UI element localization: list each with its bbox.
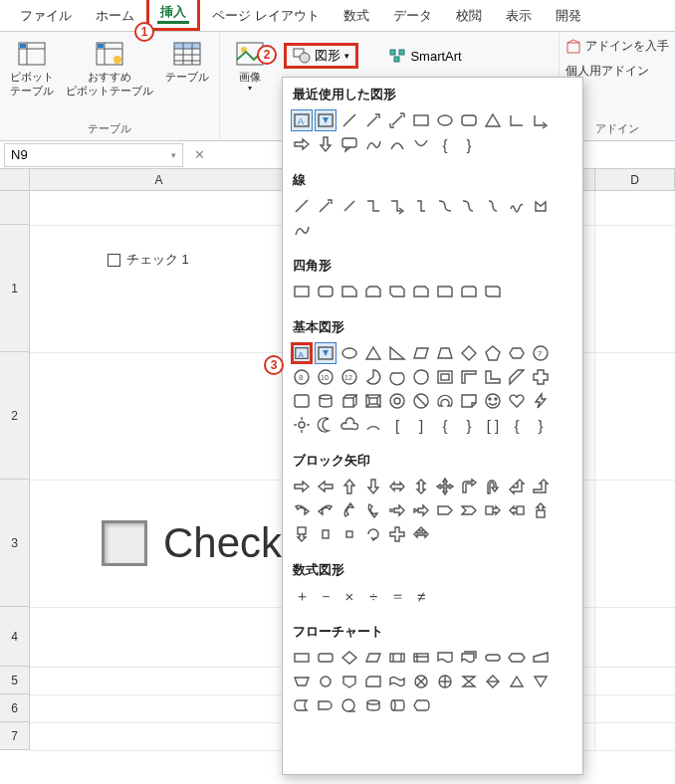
shape-decagon-icon[interactable]: 10 [315, 366, 337, 388]
table-button[interactable]: テーブル [161, 36, 213, 84]
shape-cross-icon[interactable] [530, 366, 552, 388]
shape-round-same-rect-icon[interactable] [458, 281, 480, 302]
shape-bent-arrow-icon[interactable] [458, 476, 480, 497]
shape-right-arrow-callout-icon[interactable] [482, 499, 504, 521]
tab-developer[interactable]: 開発 [544, 1, 593, 31]
tab-data[interactable]: データ [381, 1, 444, 31]
tab-review[interactable]: 校閲 [444, 1, 494, 31]
shape-fc-terminator-icon[interactable] [482, 647, 504, 669]
shape-brace-right-icon[interactable]: } [458, 414, 480, 436]
shape-snip-same-rect-icon[interactable] [362, 281, 384, 302]
pivot-table-button[interactable]: ピボット テーブル [6, 36, 58, 98]
shape-fc-card-icon[interactable] [362, 671, 384, 692]
shape-brace-right-icon[interactable]: } [458, 133, 480, 155]
shape-fc-extract-icon[interactable] [506, 671, 528, 692]
shapes-dropdown-button[interactable]: 図形 ▾ [284, 43, 358, 69]
shape-lightning-icon[interactable] [530, 390, 552, 412]
shape-cloud-icon[interactable] [338, 414, 360, 436]
shape-notched-right-arrow-icon[interactable] [410, 499, 432, 521]
shape-folded-corner-icon[interactable] [458, 390, 480, 412]
shape-striped-right-arrow-icon[interactable] [386, 499, 408, 521]
shape-leftright-arrow-callout-icon[interactable] [315, 523, 337, 545]
shape-oval-icon[interactable] [434, 109, 456, 131]
column-header-D[interactable]: D [595, 169, 675, 191]
shape-heart-icon[interactable] [506, 390, 528, 412]
shape-right-arrow-icon[interactable] [291, 476, 313, 497]
shape-curved-up-arrow-icon[interactable] [338, 499, 360, 521]
shape-leftright-arrow-icon[interactable] [386, 476, 408, 497]
shape-pentagon-arrow-icon[interactable] [434, 499, 456, 521]
shape-fc-decision-icon[interactable] [338, 647, 360, 669]
shape-multiply-icon[interactable]: × [338, 585, 360, 607]
shape-triangle-icon[interactable] [362, 342, 384, 364]
shape-fc-seq-storage-icon[interactable] [338, 694, 360, 716]
shape-fc-or-icon[interactable] [434, 671, 456, 692]
row-header-blank[interactable] [0, 191, 30, 225]
shape-leftup-arrow-icon[interactable] [506, 476, 528, 497]
shape-curved-right-arrow-icon[interactable] [291, 499, 313, 521]
tab-page-layout[interactable]: ページ レイアウト [200, 1, 332, 31]
shape-curved-connector-icon[interactable] [434, 195, 456, 217]
shape-line-arrow-icon[interactable] [362, 109, 384, 131]
shape-oval-icon[interactable] [338, 342, 360, 364]
shape-bracket-right-icon[interactable]: ] [410, 414, 432, 436]
shape-fc-stored-data-icon[interactable] [291, 694, 313, 716]
shape-teardrop-icon[interactable] [410, 366, 432, 388]
shape-brace-pair-icon[interactable]: { [506, 414, 528, 436]
shape-half-frame-icon[interactable] [458, 366, 480, 388]
shape-arc-icon[interactable] [386, 133, 408, 155]
shape-fc-document-icon[interactable] [434, 647, 456, 669]
shape-elbow-arrow-icon[interactable] [386, 195, 408, 217]
shape-fc-data-icon[interactable] [362, 647, 384, 669]
shape-pentagon-icon[interactable] [482, 342, 504, 364]
shape-rounded-rect-icon[interactable] [315, 281, 337, 302]
row-header-7[interactable]: 7 [0, 722, 30, 750]
shape-fc-tape-icon[interactable] [386, 671, 408, 692]
shape-quad-arrow-icon[interactable] [434, 476, 456, 497]
shape-triangle-icon[interactable] [482, 109, 504, 131]
shape-brace-left-icon[interactable]: { [434, 133, 456, 155]
shape-down-arrow-icon[interactable] [362, 476, 384, 497]
shape-rect-icon[interactable] [291, 281, 313, 302]
shape-line-arrow-icon[interactable] [315, 195, 337, 217]
shape-uturn-arrow-icon[interactable] [482, 476, 504, 497]
shape-bracket-left-icon[interactable]: [ [386, 414, 408, 436]
shape-bracket-pair-icon[interactable]: [ ] [482, 414, 504, 436]
row-header-4[interactable]: 4 [0, 607, 30, 667]
shape-divide-icon[interactable]: ÷ [362, 585, 384, 607]
shape-fc-alt-process-icon[interactable] [315, 647, 337, 669]
shape-fc-multidoc-icon[interactable] [458, 647, 480, 669]
shape-frame-icon[interactable] [434, 366, 456, 388]
shape-fc-offpage-icon[interactable] [338, 671, 360, 692]
shape-plaque-icon[interactable] [291, 390, 313, 412]
row-header-5[interactable]: 5 [0, 667, 30, 694]
shape-cube-icon[interactable] [338, 390, 360, 412]
row-header-2[interactable]: 2 [0, 352, 30, 480]
shape-textbox-icon[interactable]: A [291, 109, 313, 131]
shape-brace-pair2-icon[interactable]: } [530, 414, 552, 436]
shape-plus-arrow-icon[interactable] [386, 523, 408, 545]
shape-callout-icon[interactable] [338, 133, 360, 155]
shape-textbox-vert-icon[interactable] [315, 342, 337, 364]
shape-not-equal-icon[interactable]: ≠ [410, 585, 432, 607]
shape-block-arc-icon[interactable] [434, 390, 456, 412]
cancel-icon[interactable]: ✕ [187, 147, 211, 162]
row-header-3[interactable]: 3 [0, 480, 30, 607]
shape-round-diag-rect-icon[interactable] [482, 281, 504, 302]
shape-up-arrow-icon[interactable] [338, 476, 360, 497]
shape-snip-diag-rect-icon[interactable] [386, 281, 408, 302]
shape-elbow-arrow-icon[interactable] [530, 109, 552, 131]
smartart-button[interactable]: SmartArt [382, 44, 467, 68]
tab-file[interactable]: ファイル [8, 1, 84, 31]
shape-equal-icon[interactable]: ＝ [386, 585, 408, 607]
shape-textbox-vert-icon[interactable] [315, 109, 337, 131]
shape-fc-manual-op-icon[interactable] [291, 671, 313, 692]
shape-fc-display-icon[interactable] [410, 694, 432, 716]
shape-fc-internal-storage-icon[interactable] [410, 647, 432, 669]
row-header-1[interactable]: 1 [0, 225, 30, 352]
shape-donut-icon[interactable] [386, 390, 408, 412]
recommended-pivot-button[interactable]: おすすめ ピボットテーブル [62, 36, 157, 98]
shape-brace-left-icon[interactable]: { [434, 414, 456, 436]
name-box[interactable]: N9 ▾ [4, 143, 183, 167]
shape-textbox-icon[interactable]: A [291, 342, 313, 364]
